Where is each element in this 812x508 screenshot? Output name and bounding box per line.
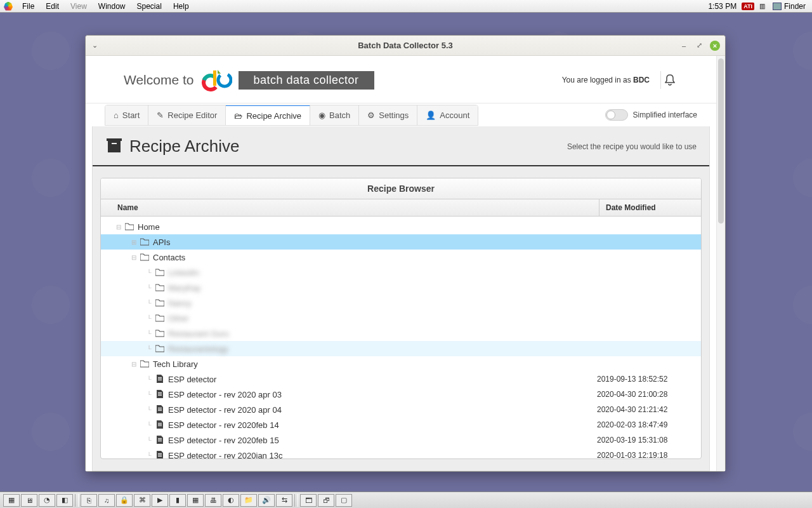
tree-folder[interactable]: └Restaurantology (101, 341, 701, 356)
taskbar-button-11[interactable]: 🖶 (205, 494, 221, 507)
tab-recipe-editor[interactable]: ✎Recipe Editor (148, 105, 226, 125)
svg-rect-15 (158, 425, 162, 426)
notifications-button[interactable] (660, 71, 678, 89)
tree-expander-icon[interactable]: ⊞ (129, 239, 139, 246)
taskbar-button-18[interactable]: ▢ (336, 494, 352, 507)
tree-item-label: MaryKay (166, 283, 597, 293)
tree-item-label: Contacts (150, 253, 597, 262)
tree-item-label: Restaurant Guru (166, 329, 597, 338)
tree-file[interactable]: └ESP detector - rev 2020jan 13c2020-01-0… (101, 448, 701, 458)
tree-item-date: 2020-04-30 21:21:42 (597, 405, 696, 414)
taskbar-button-17[interactable]: 🗗 (318, 494, 334, 507)
content-scrollbar[interactable] (716, 56, 725, 471)
home-icon: ⌂ (114, 110, 119, 120)
window-titlebar[interactable]: ⌄ Batch Data Collector 5.3 – ⤢ × (86, 36, 725, 56)
folder-icon (154, 345, 166, 352)
menu-item-view[interactable]: View (65, 2, 93, 11)
taskbar-button-8[interactable]: ▶ (152, 494, 168, 507)
user-icon: 👤 (426, 110, 436, 120)
taskbar-button-12[interactable]: ◐ (223, 494, 239, 507)
tree-item-label: ESP detector - rev 2020feb 15 (166, 436, 597, 445)
finder-menu[interactable]: Finder (770, 2, 808, 11)
display-toggle-icon[interactable]: ▥ (759, 3, 765, 10)
tab-label: Account (440, 110, 469, 120)
tab-recipe-archive[interactable]: 🗁Recipe Archive (226, 105, 310, 126)
taskbar-button-10[interactable]: ▦ (187, 494, 204, 507)
tree-folder[interactable]: └Restaurant Guru (101, 326, 701, 341)
taskbar-button-13[interactable]: 📁 (240, 494, 257, 507)
tree-file[interactable]: └ESP detector - rev 2020feb 142020-02-03… (101, 417, 701, 432)
tree-item-label: ESP detector - rev 2020 apr 03 (166, 390, 597, 399)
window-minimize-button[interactable]: – (679, 41, 688, 50)
taskbar-button-2[interactable]: ◔ (39, 494, 55, 507)
menu-item-file[interactable]: File (16, 2, 40, 11)
tree-file[interactable]: └ESP detector - rev 2020 apr 032020-04-3… (101, 387, 701, 402)
tree-folder[interactable]: ⊟Home (101, 219, 701, 234)
svg-rect-9 (158, 395, 162, 396)
tree-folder[interactable]: ⊟Tech Library (101, 356, 701, 371)
tree-folder[interactable]: ⊟Contacts (101, 250, 701, 265)
gear-icon: ⚙ (367, 110, 375, 120)
tree-folder[interactable]: └Nancy (101, 295, 701, 311)
tree-file[interactable]: └ESP detector - rev 2020feb 152020-03-19… (101, 432, 701, 448)
column-header-date[interactable]: Date Modified (599, 199, 701, 216)
apple-menu-icon[interactable] (4, 2, 13, 11)
taskbar-button-4[interactable]: ⎘ (81, 494, 97, 507)
svg-rect-16 (158, 438, 162, 439)
toggle-switch[interactable] (605, 109, 628, 121)
menu-item-window[interactable]: Window (93, 2, 131, 11)
taskbar-button-0[interactable]: ▦ (3, 494, 20, 507)
taskbar-button-14[interactable]: 🔊 (258, 494, 275, 507)
tree-expander-icon: └ (144, 437, 154, 444)
system-menubar: FileEditViewWindowSpecialHelp 1:53 PM AT… (0, 0, 812, 13)
file-icon (154, 390, 166, 399)
file-icon (154, 375, 166, 384)
folder-icon (139, 238, 150, 246)
taskbar-button-16[interactable]: 🗔 (300, 494, 317, 507)
taskbar-button-5[interactable]: ♫ (98, 494, 115, 507)
taskbar-button-6[interactable]: 🔒 (116, 494, 133, 507)
tree-item-date: 2019-09-13 18:52:52 (597, 375, 696, 384)
tab-label: Recipe Archive (246, 111, 301, 121)
tree-item-date: 2020-03-19 15:31:08 (597, 436, 696, 444)
window-close-button[interactable]: × (710, 41, 720, 51)
tree-file[interactable]: └ESP detector2019-09-13 18:52:52 (101, 371, 701, 387)
taskbar-button-9[interactable]: ▮ (169, 494, 186, 507)
tree-expander-icon: └ (144, 269, 154, 276)
tree-item-date: 2020-02-03 18:47:49 (597, 420, 696, 429)
svg-rect-6 (158, 380, 162, 380)
tab-batch[interactable]: ◉Batch (310, 105, 359, 125)
taskbar-button-3[interactable]: ◧ (56, 494, 73, 507)
simplified-interface-toggle[interactable]: Simplified interface (605, 109, 697, 121)
taskbar-button-7[interactable]: ⌘ (134, 494, 150, 507)
tab-start[interactable]: ⌂Start (105, 105, 148, 125)
svg-rect-7 (158, 392, 162, 393)
tree-folder[interactable]: ⊞APIs (101, 234, 701, 250)
window-menu-chevron-icon[interactable]: ⌄ (86, 41, 98, 50)
tree-folder[interactable]: └MaryKay (101, 280, 701, 295)
tree-expander-icon[interactable]: ⊟ (129, 361, 139, 368)
tree-expander-icon[interactable]: ⊟ (129, 254, 139, 261)
menu-item-special[interactable]: Special (131, 2, 167, 11)
svg-rect-2 (213, 70, 216, 86)
folder-icon (154, 314, 166, 322)
column-header-name[interactable]: Name (101, 199, 599, 216)
tab-settings[interactable]: ⚙Settings (359, 105, 417, 125)
panel-title: Recipe Browser (101, 178, 701, 199)
menu-item-edit[interactable]: Edit (40, 2, 65, 11)
window-maximize-button[interactable]: ⤢ (695, 41, 704, 50)
tree-folder[interactable]: └LinkedIn (101, 265, 701, 280)
taskbar-button-1[interactable]: 🖥 (21, 494, 37, 507)
tree-expander-icon[interactable]: ⊟ (114, 224, 124, 231)
ati-indicator: ATI (742, 3, 754, 10)
tree-folder[interactable]: └Other (101, 311, 701, 326)
tab-account[interactable]: 👤Account (417, 105, 478, 125)
tree-expander-icon: └ (144, 406, 154, 413)
svg-rect-20 (158, 455, 162, 455)
menu-item-help[interactable]: Help (167, 2, 195, 11)
taskbar-button-15[interactable]: ⇆ (276, 494, 292, 507)
scrollbar-thumb[interactable] (718, 58, 724, 224)
bell-icon (665, 74, 675, 86)
tree-file[interactable]: └ESP detector - rev 2020 apr 042020-04-3… (101, 402, 701, 417)
simplified-label: Simplified interface (633, 110, 697, 119)
